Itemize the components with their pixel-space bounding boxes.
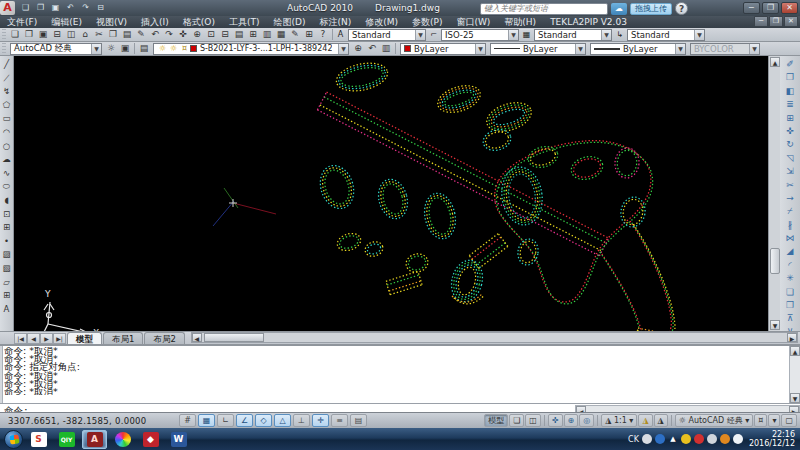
communication-center-icon[interactable]: ☁ — [611, 3, 627, 15]
quickcalc-icon[interactable]: ⊞ — [302, 28, 316, 41]
command-window[interactable]: 命令: *取消*命令: *取消*命令: 指定对角点:命令: *取消*命令: *取… — [0, 344, 800, 412]
sheetset-icon[interactable]: ▦ — [274, 28, 288, 41]
doc-close-button[interactable]: ✕ — [784, 16, 798, 27]
undo-icon[interactable]: ↶ — [64, 2, 77, 14]
workspace-switch-button[interactable]: ☼ AutoCAD 经典 ▾ — [675, 414, 754, 427]
menu-item-9[interactable]: 参数(P) — [405, 16, 449, 28]
draworder-above-icon[interactable]: ⊼ — [782, 312, 798, 325]
tab-nav-2[interactable]: ▶ — [40, 333, 53, 344]
rotate-icon[interactable]: ↻ — [782, 138, 798, 151]
circle-icon[interactable]: ○ — [0, 140, 13, 154]
extend-icon[interactable]: → — [782, 192, 798, 205]
scroll-left-icon[interactable]: ◀ — [192, 333, 202, 342]
properties-icon[interactable]: ▤ — [232, 28, 246, 41]
update-tray-icon[interactable] — [720, 434, 730, 444]
layout-button[interactable]: ❏ — [509, 414, 524, 427]
polygon-icon[interactable]: ⬠ — [0, 99, 13, 113]
toolbar-lock-button[interactable]: ¤ — [754, 414, 767, 427]
close-button[interactable]: ✕ — [781, 2, 798, 14]
help-icon[interactable]: ? — [316, 28, 330, 41]
workspace-settings-icon[interactable]: ☼ — [104, 42, 118, 55]
menu-item-3[interactable]: 插入(I) — [134, 16, 176, 28]
chevron-down-icon[interactable]: ▼ — [575, 44, 585, 54]
layer-previous-icon[interactable]: ↶ — [365, 42, 379, 55]
chevron-down-icon[interactable]: ▼ — [675, 44, 685, 54]
draworder-front-icon[interactable]: ❏ — [782, 286, 798, 299]
erase-icon[interactable]: ✐ — [782, 58, 798, 71]
dyn-toggle[interactable]: ✛ — [312, 414, 329, 427]
copy-icon[interactable]: ❐ — [782, 71, 798, 84]
workspace-save-icon[interactable]: ▣ — [118, 42, 132, 55]
zoom-button[interactable]: ⊕ — [564, 414, 579, 427]
scale-icon[interactable]: ◹ — [782, 152, 798, 165]
menu-item-4[interactable]: 格式(O) — [176, 16, 222, 28]
drag-upload-button[interactable]: 拖拽上传 — [630, 3, 672, 15]
chamfer-icon[interactable]: ◢ — [782, 245, 798, 258]
taskbar-clock[interactable]: 22:16 2016/12/12 — [749, 430, 795, 448]
hatch-icon[interactable]: ▨ — [0, 248, 13, 262]
fillet-icon[interactable]: ◜ — [782, 259, 798, 272]
drawing-canvas[interactable]: Y X Z — [14, 56, 768, 331]
security-tray-icon[interactable] — [681, 434, 691, 444]
expand-tray-icon[interactable]: ▲ — [668, 434, 678, 444]
chevron-down-icon[interactable]: ▼ — [694, 30, 704, 40]
line-icon[interactable]: ╱ — [0, 58, 13, 72]
steeringwheel-button[interactable]: ◎ — [579, 414, 594, 427]
pan-button[interactable]: ✜ — [548, 414, 563, 427]
open-icon[interactable]: ❐ — [22, 28, 36, 41]
scroll-up-icon[interactable]: ▲ — [790, 346, 800, 356]
chevron-down-icon[interactable]: ▼ — [508, 30, 518, 40]
leader-style-combo[interactable]: Standard▼ — [627, 29, 705, 41]
qiyi-app[interactable]: QIY — [54, 430, 79, 449]
new-file-icon[interactable]: ❏ — [19, 2, 32, 14]
publish-icon[interactable]: ⌂ — [78, 28, 92, 41]
word-app[interactable]: W — [166, 430, 191, 449]
linetype-combo[interactable]: ByLayer▼ — [490, 43, 586, 55]
grid-toggle[interactable]: ▦ — [198, 414, 215, 427]
layer-states-icon[interactable]: ▥ — [379, 42, 393, 55]
chevron-down-icon[interactable]: ▼ — [601, 30, 611, 40]
revcloud-icon[interactable]: ☁ — [0, 153, 13, 167]
gradient-icon[interactable]: ▧ — [0, 262, 13, 276]
toolpalettes-icon[interactable]: ▥ — [260, 28, 274, 41]
tab-布局2[interactable]: 布局2 — [144, 332, 184, 344]
tab-nav-0[interactable]: |◀ — [14, 333, 27, 344]
autocad-app[interactable]: A — [82, 430, 107, 449]
break-point-icon[interactable]: ⌿ — [782, 205, 798, 218]
move-icon[interactable]: ✜ — [782, 125, 798, 138]
redo-icon[interactable]: ↷ — [79, 2, 92, 14]
help-button[interactable]: ? — [675, 2, 688, 15]
menu-item-0[interactable]: 文件(F) — [0, 16, 44, 28]
spline-icon[interactable]: ∿ — [0, 167, 13, 181]
undo-icon[interactable]: ↶ — [148, 28, 162, 41]
menu-item-2[interactable]: 视图(V) — [89, 16, 134, 28]
tab-布局1[interactable]: 布局1 — [103, 332, 143, 344]
autoscale-button[interactable]: ◮ — [654, 414, 668, 427]
insert-block-icon[interactable]: ⊡ — [0, 208, 13, 222]
menu-item-12[interactable]: TEKLA2PIP V2.03 — [543, 16, 634, 28]
make-block-icon[interactable]: ⊞ — [0, 221, 13, 235]
snap-toggle[interactable]: # — [179, 414, 196, 427]
table-style-combo[interactable]: Standard▼ — [534, 29, 612, 41]
model-space-button[interactable]: 模型 — [484, 414, 508, 427]
paste-icon[interactable]: ▤ — [120, 28, 134, 41]
array-icon[interactable]: ⊞ — [782, 112, 798, 125]
quickview-layouts-button[interactable]: ◫ — [525, 414, 541, 427]
chevron-down-icon[interactable]: ▼ — [415, 30, 425, 40]
flag-tray-icon[interactable] — [694, 434, 704, 444]
restore-button[interactable]: ❐ — [762, 2, 779, 14]
text-style-combo[interactable]: Standard▼ — [348, 29, 426, 41]
horizontal-scrollbar[interactable]: ◀ ▶ — [191, 332, 798, 343]
table-icon[interactable]: ⊞ — [0, 289, 13, 303]
new-icon[interactable]: ❏ — [8, 28, 22, 41]
join-icon[interactable]: ⋈ — [782, 232, 798, 245]
input-tray-icon[interactable] — [655, 434, 665, 444]
minimize-button[interactable]: ─ — [743, 2, 760, 14]
preview-icon[interactable]: ◫ — [64, 28, 78, 41]
stretch-icon[interactable]: ⇲ — [782, 165, 798, 178]
make-current-icon[interactable]: ⊕ — [351, 42, 365, 55]
redo-icon[interactable]: ↷ — [162, 28, 176, 41]
ducs-toggle[interactable]: ⊥ — [293, 414, 310, 427]
menu-item-11[interactable]: 帮助(H) — [497, 16, 543, 28]
scroll-right-icon[interactable]: ▶ — [787, 333, 797, 342]
